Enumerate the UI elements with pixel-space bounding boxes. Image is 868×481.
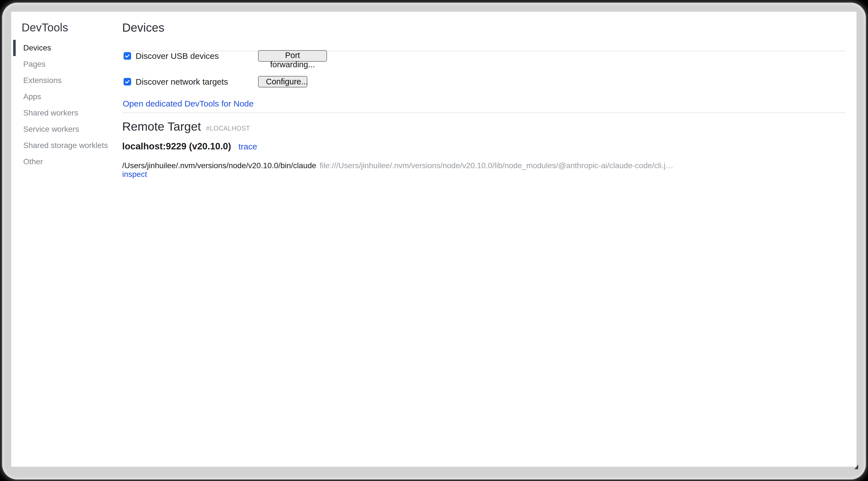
configure-button[interactable]: Configure... <box>258 76 307 87</box>
target-name: localhost:9229 (v20.10.0) <box>122 141 231 151</box>
sidebar-item-apps[interactable]: Apps <box>11 89 118 105</box>
sidebar-item-extensions[interactable]: Extensions <box>11 72 118 89</box>
open-node-devtools-link[interactable]: Open dedicated DevTools for Node <box>123 99 254 109</box>
sidebar-nav: Devices Pages Extensions Apps Shared wor… <box>11 40 118 170</box>
checkmark-icon <box>124 79 130 85</box>
target-detail: /Users/jinhuilee/.nvm/versions/node/v20.… <box>122 161 673 179</box>
sidebar-item-label: Other <box>23 157 43 166</box>
sidebar-item-shared-storage-worklets[interactable]: Shared storage worklets <box>11 137 118 154</box>
inspect-link[interactable]: inspect <box>122 170 147 179</box>
sidebar-item-label: Shared workers <box>23 109 78 117</box>
remote-target-title: Remote Target <box>122 120 201 133</box>
sidebar-item-label: Pages <box>23 60 45 69</box>
sidebar-item-label: Apps <box>23 92 41 101</box>
sidebar-item-label: Shared storage worklets <box>23 141 108 150</box>
sidebar-item-label: Service workers <box>23 125 79 134</box>
discover-network-targets-checkbox[interactable] <box>124 78 131 86</box>
localhost-tag: #LOCALHOST <box>206 125 250 132</box>
devtools-inspect-window: DevTools Devices Pages Extensions Apps S… <box>11 12 857 467</box>
discover-usb-devices-label: Discover USB devices <box>135 51 219 61</box>
discover-usb-devices-checkbox[interactable] <box>124 52 131 60</box>
discover-network-targets-row: Discover network targets Configure... <box>122 76 228 87</box>
target-binary-path: /Users/jinhuilee/.nvm/versions/node/v20.… <box>122 161 316 170</box>
sidebar-item-shared-workers[interactable]: Shared workers <box>11 105 118 121</box>
sidebar-item-other[interactable]: Other <box>11 154 118 170</box>
separator <box>122 51 846 51</box>
trace-link[interactable]: trace <box>239 142 257 151</box>
discover-usb-devices-row: Discover USB devices Port forwarding... <box>122 50 219 62</box>
devtools-app-title: DevTools <box>22 22 68 33</box>
remote-target-entry: localhost:9229 (v20.10.0)trace <box>122 141 257 151</box>
page-title: Devices <box>122 22 164 34</box>
separator <box>122 112 846 113</box>
discover-network-targets-label: Discover network targets <box>135 77 228 87</box>
remote-target-heading: Remote Target#LOCALHOST <box>122 121 250 132</box>
checkmark-icon <box>124 53 130 59</box>
sidebar-item-pages[interactable]: Pages <box>11 56 118 72</box>
port-forwarding-button[interactable]: Port forwarding... <box>258 50 327 62</box>
target-path-line: /Users/jinhuilee/.nvm/versions/node/v20.… <box>122 161 673 170</box>
target-file-url: file:///Users/jinhuilee/.nvm/versions/no… <box>320 161 674 170</box>
sidebar-item-devices[interactable]: Devices <box>11 40 118 56</box>
sidebar-item-service-workers[interactable]: Service workers <box>11 121 118 137</box>
sidebar-item-label: Devices <box>23 43 51 53</box>
sidebar-item-label: Extensions <box>23 76 62 85</box>
selected-indicator-bar <box>13 40 16 56</box>
